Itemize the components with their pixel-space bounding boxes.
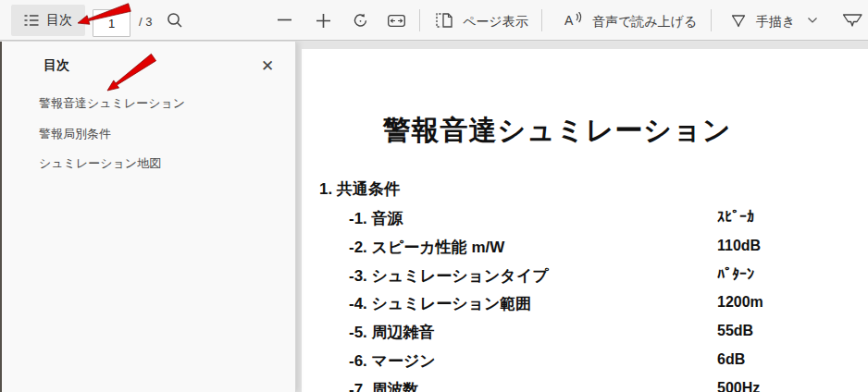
row-value: 110dB [717, 238, 761, 254]
read-aloud-label[interactable]: 音声で読み上げる [592, 14, 697, 31]
svg-text:A: A [564, 13, 574, 28]
document-section-heading: 1. 共通条件 [319, 178, 400, 200]
row-value: 1200m [717, 294, 763, 311]
row-label: -1. 音源 [349, 208, 403, 229]
zoom-out-button[interactable] [278, 18, 291, 22]
zoom-in-button[interactable] [316, 14, 330, 28]
document-row: -5. 周辺雑音55dB [302, 316, 868, 345]
draw-dropdown-button[interactable] [808, 18, 817, 23]
row-value: 55dB [717, 323, 753, 339]
document-page: 警報音達シュミレーション 1. 共通条件 -1. 音源ｽﾋﾟｰｶ-2. スピーカ… [302, 49, 868, 392]
search-button[interactable] [167, 12, 183, 29]
minus-icon [278, 18, 291, 22]
row-label: -2. スピーカ性能 m/W [349, 237, 504, 258]
desktop-edge-sliver [0, 42, 2, 392]
draw-button[interactable] [731, 14, 746, 28]
row-label: -4. シュミレーション範囲 [349, 293, 531, 314]
page-view-icon [435, 13, 453, 28]
pdf-toolbar: 目次 / 3 [0, 0, 868, 41]
row-value: ﾊﾟﾀｰﾝ [717, 266, 754, 283]
toc-item[interactable]: 警報局別条件 [39, 126, 185, 142]
toc-item[interactable]: 警報音達シュミレーション [39, 95, 185, 112]
highlighter-icon [842, 13, 868, 28]
toolbar-divider [711, 9, 712, 31]
fit-width-icon [388, 15, 405, 27]
rotate-button[interactable] [353, 13, 368, 29]
row-label: -7. 周波数 [349, 379, 419, 392]
page-view-label[interactable]: ページ表示 [463, 14, 528, 31]
toc-sidebar-title: 目次 [43, 57, 69, 74]
search-icon [167, 12, 183, 29]
page-view-button[interactable] [435, 13, 453, 28]
toolbar-divider [541, 9, 542, 31]
fit-to-width-button[interactable] [388, 15, 405, 27]
pen-nib-icon [731, 14, 746, 28]
read-aloud-icon: A [564, 12, 583, 29]
document-row: -2. スピーカ性能 m/W110dB [302, 231, 868, 260]
document-title: 警報音達シュミレーション [302, 112, 868, 150]
close-icon[interactable]: ✕ [256, 55, 279, 77]
row-label: -6. マージン [349, 350, 436, 372]
chevron-down-icon [808, 18, 817, 23]
plus-icon [316, 14, 330, 28]
document-row: -7. 周波数500Hz [302, 374, 868, 392]
page-number-input[interactable] [93, 9, 130, 37]
document-rows: -1. 音源ｽﾋﾟｰｶ-2. スピーカ性能 m/W110dB-3. シュミレーシ… [302, 202, 868, 392]
rotate-icon [353, 13, 368, 29]
document-row: -6. マージン6dB [302, 345, 868, 374]
row-label: -3. シュミレーションタイプ [349, 265, 549, 287]
highlighter-button[interactable] [842, 13, 868, 28]
document-row: -3. シュミレーションタイプﾊﾟﾀｰﾝ [302, 260, 868, 288]
row-value: 500Hz [717, 380, 760, 392]
toolbar-divider [419, 9, 420, 31]
document-row: -4. シュミレーション範囲1200m [302, 288, 868, 316]
toc-sidebar: 目次 ✕ 警報音達シュミレーション警報局別条件シュミレーション地図 [2, 42, 296, 392]
row-value: 6dB [717, 351, 745, 368]
document-row: -1. 音源ｽﾋﾟｰｶ [302, 202, 868, 231]
toc-button-label: 目次 [46, 12, 72, 29]
read-aloud-button[interactable]: A [564, 12, 583, 29]
draw-label[interactable]: 手描き [756, 14, 795, 31]
toc-list: 警報音達シュミレーション警報局別条件シュミレーション地図 [39, 95, 185, 186]
page-total-label: / 3 [139, 15, 152, 29]
toc-item[interactable]: シュミレーション地図 [39, 155, 185, 172]
list-icon [24, 14, 39, 27]
row-label: -5. 周辺雑音 [349, 322, 435, 343]
toc-toggle-button[interactable]: 目次 [11, 5, 85, 36]
row-value: ｽﾋﾟｰｶ [717, 209, 754, 226]
